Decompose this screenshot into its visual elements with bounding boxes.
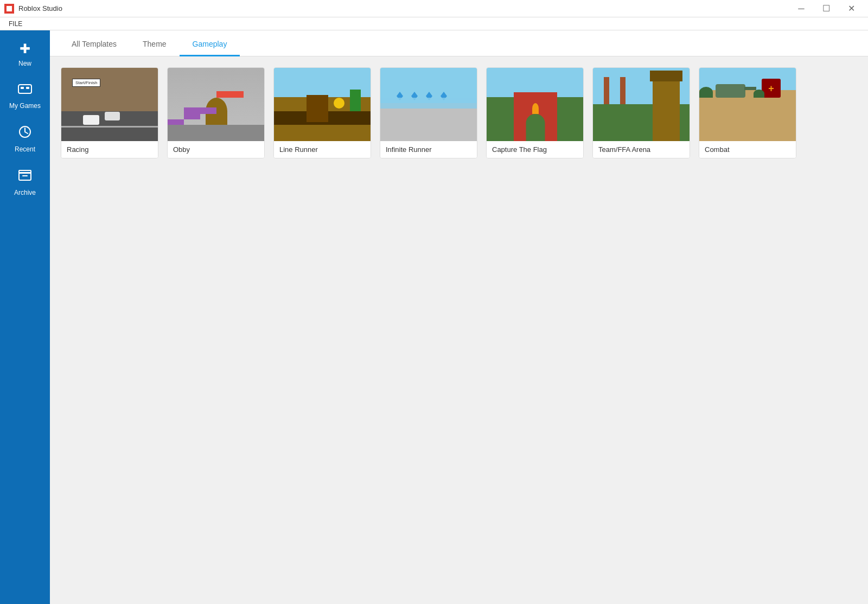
- tab-all-templates[interactable]: All Templates: [59, 33, 130, 56]
- tffa-tower: [653, 81, 680, 141]
- tab-theme[interactable]: Theme: [130, 33, 180, 56]
- tffa-fence2: [620, 77, 626, 104]
- close-button[interactable]: ✕: [839, 0, 864, 17]
- sidebar-item-archive[interactable]: Archive: [0, 162, 50, 203]
- template-thumb-capture-the-flag: [487, 68, 584, 141]
- app-body: ✚ New My Games Recent: [0, 30, 868, 604]
- combat-ground: [699, 98, 796, 141]
- ir-water: [380, 98, 477, 109]
- obby-platform: [184, 107, 216, 114]
- tab-gameplay[interactable]: Gameplay: [180, 33, 240, 56]
- obby-base: [168, 125, 265, 141]
- template-card-combat[interactable]: + Combat: [699, 67, 796, 158]
- ir-ground: [380, 103, 477, 141]
- template-label-line-runner: Line Runner: [274, 141, 371, 158]
- sidebar-label-new: New: [18, 60, 31, 67]
- combat-plus-icon: +: [768, 84, 774, 93]
- template-thumb-combat: +: [699, 68, 796, 141]
- roblox-logo-icon: [4, 4, 14, 14]
- window-controls: ─ ☐ ✕: [789, 0, 864, 17]
- tabs: All Templates Theme Gameplay: [50, 30, 868, 56]
- file-menu[interactable]: FILE: [4, 20, 27, 28]
- racing-line: [61, 126, 158, 128]
- template-thumb-infiniterunner: [380, 68, 477, 141]
- combat-medkit: +: [762, 79, 781, 98]
- title-bar: Roblox Studio ─ ☐ ✕: [0, 0, 868, 17]
- title-bar-left: Roblox Studio: [4, 4, 62, 14]
- template-thumb-team-ffa-arena: [593, 68, 690, 141]
- template-card-obby[interactable]: Obby: [167, 67, 265, 158]
- combat-bush2: [754, 90, 764, 98]
- template-thumb-linerunner: [274, 68, 371, 141]
- template-label-infinite-runner: Infinite Runner: [380, 141, 477, 158]
- racing-sign: Start/Finish: [72, 79, 100, 87]
- sidebar-item-my-games[interactable]: My Games: [0, 76, 50, 116]
- sidebar-label-my-games: My Games: [9, 102, 41, 110]
- sidebar: ✚ New My Games Recent: [0, 30, 50, 604]
- main-content: All Templates Theme Gameplay Start/Finis…: [50, 30, 868, 604]
- new-icon: ✚: [20, 41, 30, 56]
- svg-rect-4: [26, 87, 29, 89]
- cf-flame: [532, 103, 539, 114]
- template-label-combat: Combat: [699, 141, 796, 158]
- template-label-racing: Racing: [61, 141, 158, 158]
- minimize-button[interactable]: ─: [789, 0, 814, 17]
- template-label-team-ffa-arena: Team/FFA Arena: [593, 141, 690, 158]
- template-label-capture-the-flag: Capture The Flag: [487, 141, 583, 158]
- sidebar-item-recent[interactable]: Recent: [0, 118, 50, 160]
- template-card-line-runner[interactable]: Line Runner: [273, 67, 371, 158]
- template-card-team-ffa-arena[interactable]: Team/FFA Arena: [592, 67, 690, 158]
- sidebar-item-new[interactable]: ✚ New: [0, 35, 50, 74]
- racing-car-2: [105, 112, 120, 120]
- template-card-capture-the-flag[interactable]: Capture The Flag: [486, 67, 584, 158]
- template-thumb-racing: Start/Finish: [61, 68, 158, 141]
- recent-icon: [18, 125, 32, 142]
- template-card-infinite-runner[interactable]: Infinite Runner: [380, 67, 477, 158]
- combat-bush1: [699, 87, 713, 98]
- lr-tree: [350, 90, 361, 111]
- template-label-obby: Obby: [168, 141, 264, 158]
- svg-rect-2: [18, 85, 31, 93]
- tffa-fence: [604, 77, 609, 104]
- lr-ball: [334, 98, 344, 109]
- combat-tank-barrel: [744, 87, 756, 90]
- svg-rect-1: [7, 6, 12, 11]
- template-grid: Start/Finish Racing: [50, 56, 868, 604]
- sidebar-label-recent: Recent: [15, 145, 35, 153]
- lr-block: [307, 95, 328, 122]
- racing-car: [83, 115, 99, 125]
- template-card-racing[interactable]: Start/Finish Racing: [61, 67, 158, 158]
- tffa-tower-top: [650, 71, 682, 81]
- svg-rect-9: [19, 170, 31, 173]
- combat-tank: [716, 84, 745, 98]
- cf-arch: [526, 114, 545, 141]
- svg-line-7: [25, 132, 28, 133]
- obby-step1: [168, 119, 184, 125]
- maximize-button[interactable]: ☐: [814, 0, 839, 17]
- sidebar-label-archive: Archive: [14, 189, 36, 196]
- obby-platform2: [216, 91, 244, 98]
- menu-bar: FILE: [0, 17, 868, 30]
- obby-step2: [184, 114, 200, 119]
- template-thumb-obby: [168, 68, 265, 141]
- archive-icon: [18, 168, 32, 186]
- app-title: Roblox Studio: [18, 4, 62, 12]
- svg-rect-3: [21, 87, 24, 89]
- my-games-icon: [17, 82, 33, 99]
